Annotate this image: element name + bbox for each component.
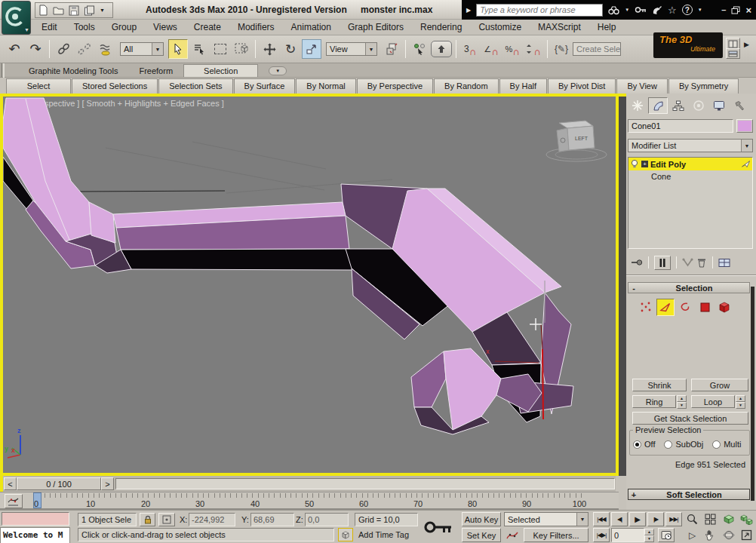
open-file-button[interactable] bbox=[53, 5, 64, 16]
next-frame-button[interactable]: |▶ bbox=[647, 512, 664, 526]
select-and-manipulate-button[interactable] bbox=[410, 39, 429, 59]
spinner-snap-toggle[interactable]: ∩ bbox=[524, 39, 543, 59]
make-unique-button[interactable] bbox=[682, 258, 693, 268]
ribbon-selection-sets-button[interactable]: Selection Sets bbox=[158, 78, 232, 94]
ribbon-by-perspective-button[interactable]: By Perspective bbox=[357, 78, 433, 94]
modifier-list-dropdown[interactable]: Modifier List ▼ bbox=[628, 139, 753, 152]
key-mode-toggle[interactable]: |◀▶| bbox=[593, 528, 610, 542]
key-filters-button[interactable]: Key Filters... bbox=[524, 528, 589, 542]
time-slider-prev-button[interactable]: < bbox=[4, 477, 17, 490]
polygon-mode-button[interactable] bbox=[696, 299, 714, 316]
stack-item-edit-poly[interactable]: + Edit Poly bbox=[628, 158, 752, 170]
edit-named-selection-sets-button[interactable]: {✎} bbox=[552, 39, 571, 59]
angle-snap-toggle[interactable]: ∠∩ bbox=[481, 39, 501, 59]
tab-create[interactable] bbox=[628, 97, 647, 114]
undo-button[interactable]: ↶ bbox=[5, 39, 24, 59]
go-to-end-button[interactable]: ▶▶| bbox=[665, 512, 682, 526]
key-filter-selected-dropdown[interactable]: Selected ▼ bbox=[504, 512, 589, 526]
search-binoculars-icon[interactable] bbox=[608, 5, 619, 15]
menu-group[interactable]: Group bbox=[103, 22, 145, 32]
ribbon-by-normal-button[interactable]: By Normal bbox=[296, 78, 355, 94]
zoom-all-button[interactable] bbox=[702, 512, 719, 526]
z-coordinate-field[interactable] bbox=[305, 513, 349, 526]
border-mode-button[interactable] bbox=[676, 299, 694, 316]
quick-access-dropdown-icon[interactable]: ▼ bbox=[100, 8, 105, 13]
ribbon-select-button[interactable]: Select bbox=[6, 78, 71, 94]
mini-curve-editor-button[interactable] bbox=[5, 494, 23, 508]
select-by-name-button[interactable] bbox=[189, 39, 209, 59]
search-options-dropdown-icon[interactable]: ▼ bbox=[625, 8, 629, 12]
tab-display[interactable] bbox=[709, 97, 729, 114]
loop-button[interactable]: Loop bbox=[691, 395, 735, 408]
hold-fetch-button[interactable] bbox=[84, 5, 95, 16]
menu-graph-editors[interactable]: Graph Editors bbox=[340, 22, 412, 32]
orbit-button[interactable] bbox=[720, 528, 737, 542]
maximize-viewport-toggle[interactable] bbox=[738, 528, 755, 542]
restore-button[interactable] bbox=[731, 6, 740, 14]
menu-tools[interactable]: Tools bbox=[66, 22, 103, 32]
subscription-key-icon[interactable] bbox=[635, 5, 647, 14]
viewport-canvas[interactable]: x LEFT z y bbox=[3, 97, 616, 473]
communication-center-icon[interactable] bbox=[652, 5, 662, 15]
ribbon-by-symmetry-button[interactable]: By Symmetry bbox=[668, 78, 739, 94]
named-selection-sets-dropdown[interactable]: Create Sele bbox=[573, 42, 621, 56]
current-frame-field[interactable] bbox=[611, 528, 644, 542]
maxscript-mini-listener-white[interactable]: Welcome to M bbox=[0, 527, 70, 543]
visibility-bulb-icon[interactable] bbox=[630, 159, 639, 169]
ribbon-stored-selections-button[interactable]: Stored Selections bbox=[72, 78, 158, 94]
vertex-mode-button[interactable] bbox=[637, 299, 655, 316]
ribbon-by-view-button[interactable]: By View bbox=[616, 78, 668, 94]
preview-off-radio[interactable] bbox=[633, 440, 641, 449]
menu-maxscript[interactable]: MAXScript bbox=[530, 22, 589, 32]
expand-plus-icon[interactable]: + bbox=[641, 161, 648, 167]
use-pivot-point-center-button[interactable] bbox=[382, 39, 401, 59]
menu-animation[interactable]: Animation bbox=[283, 22, 340, 32]
redo-button[interactable]: ↷ bbox=[26, 39, 45, 59]
element-mode-button[interactable] bbox=[715, 299, 733, 316]
remove-modifier-button[interactable] bbox=[696, 257, 707, 268]
select-and-scale-button[interactable] bbox=[302, 39, 321, 59]
soft-selection-rollout-header[interactable]: + Soft Selection bbox=[628, 489, 750, 500]
preview-subobj-radio[interactable] bbox=[664, 440, 672, 449]
time-slider-track[interactable] bbox=[115, 478, 615, 489]
toolbar-overflow-icon[interactable]: ▶ bbox=[744, 41, 749, 48]
object-name-field[interactable] bbox=[628, 119, 733, 133]
select-and-rotate-button[interactable]: ↻ bbox=[281, 39, 300, 59]
y-coordinate-field[interactable] bbox=[250, 513, 294, 526]
perspective-viewport[interactable]: [ + ] [ Perspective ] [ Smooth + Highlig… bbox=[3, 97, 616, 473]
select-and-link-icon[interactable] bbox=[54, 39, 73, 59]
reference-coordinate-system-dropdown[interactable]: View ▼ bbox=[326, 42, 377, 56]
zoom-button[interactable] bbox=[684, 512, 701, 526]
new-file-button[interactable] bbox=[38, 5, 48, 16]
app-logo-button[interactable]: ▼ bbox=[2, 1, 31, 35]
selection-filter-dropdown[interactable]: All ▼ bbox=[120, 42, 164, 56]
help-dropdown-icon[interactable]: ▼ bbox=[698, 8, 702, 12]
select-and-move-button[interactable] bbox=[260, 39, 279, 59]
menu-rendering[interactable]: Rendering bbox=[412, 22, 470, 32]
bind-to-space-warp-icon[interactable] bbox=[96, 39, 115, 59]
absolute-offset-mode-toggle[interactable] bbox=[158, 513, 175, 526]
keyboard-shortcut-override-toggle[interactable] bbox=[431, 41, 452, 57]
loop-spinner[interactable]: ▲▼ bbox=[736, 395, 745, 407]
viewcube[interactable]: LEFT bbox=[546, 121, 607, 161]
zoom-region-button[interactable]: ▷ bbox=[684, 528, 701, 542]
show-end-result-button[interactable] bbox=[654, 256, 671, 270]
stack-item-cone[interactable]: Cone bbox=[628, 170, 752, 183]
pan-hand-button[interactable] bbox=[702, 528, 719, 542]
tab-modify[interactable] bbox=[648, 97, 668, 114]
minimize-button[interactable]: – bbox=[721, 5, 726, 14]
time-slider-next-button[interactable]: > bbox=[101, 477, 114, 490]
help-icon[interactable]: ? bbox=[682, 5, 693, 15]
search-input[interactable] bbox=[476, 4, 603, 17]
tab-utilities[interactable] bbox=[730, 97, 749, 114]
time-configuration-button[interactable] bbox=[658, 528, 675, 542]
menu-edit[interactable]: Edit bbox=[33, 22, 66, 32]
grow-button[interactable]: Grow bbox=[691, 379, 748, 391]
ribbon-by-half-button[interactable]: By Half bbox=[499, 78, 547, 94]
toolbar-layers-button[interactable] bbox=[726, 48, 740, 59]
zoom-extents-button[interactable] bbox=[720, 512, 737, 526]
edge-mode-button[interactable] bbox=[656, 299, 675, 316]
window-crossing-toggle[interactable] bbox=[232, 39, 251, 59]
ribbon-by-surface-button[interactable]: By Surface bbox=[234, 78, 296, 94]
tab-motion[interactable] bbox=[689, 97, 708, 114]
